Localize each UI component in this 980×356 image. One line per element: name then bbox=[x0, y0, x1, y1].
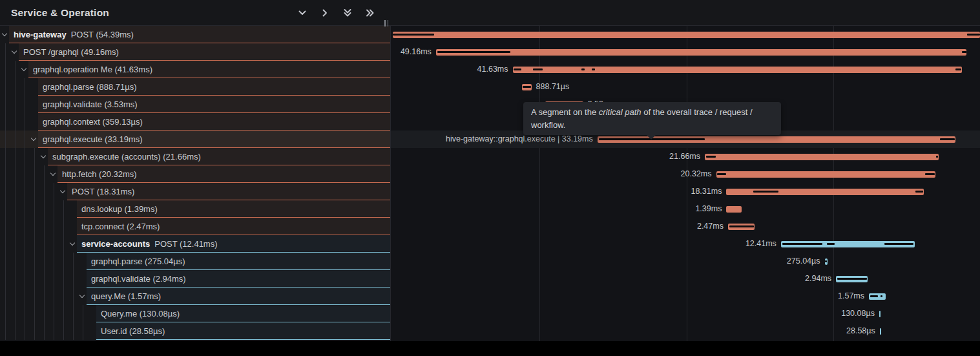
span-operation-label: POST (54.39ms) bbox=[71, 30, 134, 39]
tooltip-italic-text: critical path bbox=[599, 107, 641, 117]
indent-guide bbox=[15, 61, 16, 340]
waterfall-row: 20.32ms bbox=[391, 165, 980, 183]
waterfall-row: 1.39ms bbox=[391, 200, 980, 218]
panel-resize-handle[interactable] bbox=[384, 17, 391, 24]
span-duration-label: 1.39ms bbox=[695, 200, 722, 218]
span-row[interactable]: query.Me (1.57ms) bbox=[0, 288, 390, 305]
span-duration-label: 12.41ms bbox=[745, 235, 777, 253]
indent-guide bbox=[54, 183, 54, 340]
panel-title: Service & Operation bbox=[11, 0, 109, 25]
chevron-down-icon[interactable] bbox=[21, 66, 26, 71]
span-bar[interactable] bbox=[393, 32, 980, 38]
critical-path-segment bbox=[437, 51, 511, 53]
span-operation-label: graphql.parse (888.71µs) bbox=[43, 82, 137, 92]
critical-path-segment bbox=[533, 68, 543, 70]
tree-header: Service & Operation bbox=[0, 0, 390, 26]
span-bar[interactable] bbox=[436, 49, 967, 56]
span-waterfall: 0µs 13.6ms 27.2ms 40.8ms 54.39ms 49.16ms… bbox=[390, 0, 980, 341]
span-bar[interactable] bbox=[705, 154, 939, 160]
waterfall-row: 130.08µs bbox=[391, 305, 980, 322]
chevron-down-icon[interactable] bbox=[60, 188, 65, 193]
waterfall-row: 1.57ms bbox=[391, 288, 980, 305]
span-operation-label: POST (18.31ms) bbox=[72, 187, 134, 196]
span-row[interactable]: graphql.validate (3.53ms) bbox=[0, 96, 390, 113]
span-row[interactable]: dns.lookup (1.39ms) bbox=[0, 200, 390, 218]
double-chevron-down-button[interactable] bbox=[342, 7, 353, 19]
trace-viewer-panel: Service & Operation hive-gatewayPOST (54… bbox=[0, 0, 980, 341]
span-row[interactable]: graphql.parse (275.04µs) bbox=[0, 253, 390, 270]
span-bar[interactable] bbox=[726, 206, 741, 213]
waterfall-row: 275.04µs bbox=[391, 253, 980, 270]
span-duration-label: 20.32ms bbox=[681, 165, 712, 183]
critical-path-segment bbox=[962, 51, 967, 53]
span-operation-label: User.id (28.58µs) bbox=[101, 326, 165, 336]
span-row[interactable]: POST (18.31ms) bbox=[0, 183, 390, 200]
chevron-down-icon[interactable] bbox=[31, 136, 36, 141]
critical-path-segment bbox=[870, 295, 879, 297]
service-name: service-accounts bbox=[81, 239, 150, 249]
span-bar[interactable] bbox=[880, 328, 882, 335]
collapse-expand-toolbar bbox=[297, 0, 376, 26]
span-bar[interactable] bbox=[879, 311, 881, 317]
span-row[interactable]: User.id (28.58µs) bbox=[0, 322, 390, 340]
critical-path-tooltip: A segment on the critical path of the ov… bbox=[523, 102, 781, 135]
span-duration-label: 49.16ms bbox=[401, 43, 432, 61]
span-operation-label: graphql.validate (2.94ms) bbox=[91, 274, 186, 284]
critical-path-segment bbox=[915, 191, 924, 193]
indent-guide bbox=[34, 148, 35, 340]
chevron-down-icon[interactable] bbox=[79, 293, 85, 298]
span-operation-label: graphql.context (359.13µs) bbox=[43, 117, 143, 127]
critical-path-segment bbox=[592, 68, 595, 70]
critical-path-segment bbox=[717, 173, 725, 175]
span-row[interactable]: tcp.connect (2.47ms) bbox=[0, 218, 390, 235]
span-tree: hive-gatewayPOST (54.39ms)POST /graphql … bbox=[0, 26, 390, 340]
chevron-down-icon[interactable] bbox=[12, 48, 17, 54]
span-row[interactable]: subgraph.execute (accounts) (21.66ms) bbox=[0, 148, 390, 165]
waterfall-row: 41.63ms bbox=[391, 61, 980, 78]
chevron-down-icon[interactable] bbox=[70, 240, 75, 246]
span-row[interactable]: graphql.parse (888.71µs) bbox=[0, 78, 390, 96]
span-row[interactable]: graphql.validate (2.94ms) bbox=[0, 270, 390, 288]
chevron-down-icon[interactable] bbox=[2, 31, 7, 36]
waterfall-row: 12.41ms bbox=[391, 235, 980, 253]
chevron-right-icon bbox=[319, 7, 331, 19]
critical-path-segment bbox=[940, 138, 955, 140]
critical-path-segment bbox=[881, 295, 883, 297]
span-row[interactable]: hive-gatewayPOST (54.39ms) bbox=[0, 26, 390, 43]
chevron-down-icon[interactable] bbox=[50, 171, 56, 176]
span-row[interactable]: Query.me (130.08µs) bbox=[0, 305, 390, 322]
span-row[interactable]: http.fetch (20.32ms) bbox=[0, 165, 390, 183]
critical-path-segment bbox=[884, 243, 913, 245]
span-row[interactable]: POST /graphql (49.16ms) bbox=[0, 43, 390, 61]
span-row[interactable]: graphql.operation Me (41.63ms) bbox=[0, 61, 390, 78]
span-duration-label: 41.63ms bbox=[477, 61, 508, 78]
chevron-down-button[interactable] bbox=[297, 7, 308, 19]
tooltip-text: workflow. bbox=[531, 120, 565, 130]
waterfall-row: 2.47ms bbox=[391, 218, 980, 235]
waterfall-rows: 49.16ms41.63ms888.71µs3.53ms359.13µshive… bbox=[391, 26, 980, 340]
span-bar[interactable] bbox=[513, 67, 963, 73]
critical-path-segment bbox=[925, 173, 935, 175]
critical-path-segment bbox=[706, 156, 716, 158]
chevron-down-icon[interactable] bbox=[41, 153, 46, 158]
service-name: hive-gateway bbox=[14, 30, 67, 39]
waterfall-row: 21.66ms bbox=[391, 148, 980, 165]
double-chevron-right-button[interactable] bbox=[364, 7, 376, 19]
indent-guide bbox=[83, 305, 83, 340]
chevron-down-icon bbox=[297, 7, 308, 19]
span-operation-label: POST /graphql (49.16ms) bbox=[23, 47, 119, 57]
critical-path-segment bbox=[825, 260, 827, 262]
span-duration-label: 130.08µs bbox=[841, 305, 875, 322]
critical-path-segment bbox=[581, 68, 585, 70]
span-operation-label: POST (12.41ms) bbox=[154, 239, 217, 249]
chevron-right-button[interactable] bbox=[319, 7, 331, 19]
span-row[interactable]: service-accountsPOST (12.41ms) bbox=[0, 235, 390, 253]
indent-guide bbox=[44, 165, 45, 340]
critical-path-segment bbox=[827, 243, 835, 245]
span-row[interactable]: graphql.context (359.13µs) bbox=[0, 113, 390, 131]
critical-path-segment bbox=[729, 225, 754, 227]
span-bar[interactable] bbox=[716, 171, 936, 178]
span-operation-label: subgraph.execute (accounts) (21.66ms) bbox=[52, 152, 201, 162]
span-row[interactable]: graphql.execute (33.19ms) bbox=[0, 131, 390, 148]
critical-path-segment bbox=[967, 34, 980, 36]
